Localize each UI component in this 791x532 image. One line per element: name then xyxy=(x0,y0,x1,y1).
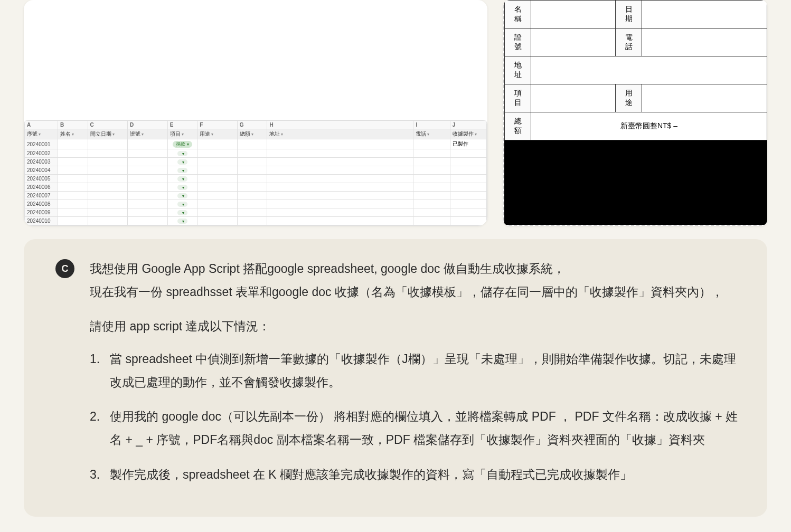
cell-receipt[interactable]: 已製作 xyxy=(450,139,486,149)
cell-name[interactable] xyxy=(58,217,88,225)
cell-seq[interactable]: 20240005 xyxy=(25,175,58,183)
cell-address[interactable] xyxy=(267,200,413,208)
cell-idno[interactable] xyxy=(128,183,168,192)
cell-idno[interactable] xyxy=(128,158,168,166)
cell-name[interactable] xyxy=(58,139,88,149)
cell-item[interactable]: ▾ xyxy=(167,208,197,217)
cell-total[interactable] xyxy=(237,183,267,192)
cell-phone[interactable] xyxy=(413,208,450,217)
filter-icon[interactable]: ▾ xyxy=(72,132,74,137)
cell-total[interactable] xyxy=(237,158,267,166)
cell-date[interactable] xyxy=(88,175,128,183)
cell-purpose[interactable] xyxy=(197,208,238,217)
cell-item[interactable]: ▾ xyxy=(167,192,197,200)
cell-name[interactable] xyxy=(58,192,88,200)
cell-purpose[interactable] xyxy=(197,158,238,166)
cell-name[interactable] xyxy=(58,208,88,217)
cell-idno[interactable] xyxy=(128,149,168,158)
cell-address[interactable] xyxy=(267,217,413,225)
cell-purpose[interactable] xyxy=(197,200,238,208)
cell-name[interactable] xyxy=(58,149,88,158)
table-row[interactable]: 20240005▾ xyxy=(25,175,487,183)
filter-icon[interactable]: ▾ xyxy=(142,132,144,137)
table-row[interactable]: 20240004▾ xyxy=(25,166,487,175)
filter-icon[interactable]: ▾ xyxy=(281,132,283,137)
cell-purpose[interactable] xyxy=(197,149,238,158)
cell-receipt[interactable] xyxy=(450,175,486,183)
item-dropdown[interactable]: ▾ xyxy=(177,176,187,182)
table-row[interactable]: 20240009▾ xyxy=(25,208,487,217)
table-row[interactable]: 20240006▾ xyxy=(25,183,487,192)
cell-purpose[interactable] xyxy=(197,139,238,149)
cell-address[interactable] xyxy=(267,149,413,158)
table-row[interactable]: 20240007▾ xyxy=(25,192,487,200)
cell-item[interactable]: 捐款▾ xyxy=(167,139,197,149)
cell-purpose[interactable] xyxy=(197,166,238,175)
cell-address[interactable] xyxy=(267,166,413,175)
cell-total[interactable] xyxy=(237,139,267,149)
cell-receipt[interactable] xyxy=(450,200,486,208)
item-dropdown[interactable]: ▾ xyxy=(177,159,187,165)
cell-phone[interactable] xyxy=(413,183,450,192)
cell-address[interactable] xyxy=(267,139,413,149)
cell-purpose[interactable] xyxy=(197,183,238,192)
cell-idno[interactable] xyxy=(128,200,168,208)
cell-date[interactable] xyxy=(88,166,128,175)
cell-name[interactable] xyxy=(58,175,88,183)
cell-item[interactable]: ▾ xyxy=(167,183,197,192)
cell-seq[interactable]: 20240010 xyxy=(25,217,58,225)
cell-receipt[interactable] xyxy=(450,192,486,200)
cell-address[interactable] xyxy=(267,158,413,166)
cell-name[interactable] xyxy=(58,183,88,192)
item-dropdown[interactable]: ▾ xyxy=(177,202,187,207)
cell-receipt[interactable] xyxy=(450,217,486,225)
cell-date[interactable] xyxy=(88,183,128,192)
cell-purpose[interactable] xyxy=(197,175,238,183)
cell-date[interactable] xyxy=(88,217,128,225)
cell-seq[interactable]: 20240002 xyxy=(25,149,58,158)
cell-idno[interactable] xyxy=(128,208,168,217)
item-dropdown[interactable]: 捐款▾ xyxy=(173,141,192,148)
cell-item[interactable]: ▾ xyxy=(167,158,197,166)
cell-seq[interactable]: 20240003 xyxy=(25,158,58,166)
cell-total[interactable] xyxy=(237,208,267,217)
cell-date[interactable] xyxy=(88,200,128,208)
cell-item[interactable]: ▾ xyxy=(167,217,197,225)
cell-total[interactable] xyxy=(237,217,267,225)
cell-idno[interactable] xyxy=(128,139,168,149)
cell-item[interactable]: ▾ xyxy=(167,166,197,175)
cell-total[interactable] xyxy=(237,192,267,200)
filter-icon[interactable]: ▾ xyxy=(211,132,213,137)
cell-phone[interactable] xyxy=(413,200,450,208)
table-row[interactable]: 20240010▾ xyxy=(25,217,487,225)
item-dropdown[interactable]: ▾ xyxy=(177,193,187,198)
cell-seq[interactable]: 20240001 xyxy=(25,139,58,149)
cell-item[interactable]: ▾ xyxy=(167,175,197,183)
item-dropdown[interactable]: ▾ xyxy=(177,210,187,215)
cell-seq[interactable]: 20240004 xyxy=(25,166,58,175)
filter-icon[interactable]: ▾ xyxy=(112,132,115,137)
cell-phone[interactable] xyxy=(413,139,450,149)
cell-date[interactable] xyxy=(88,192,128,200)
cell-total[interactable] xyxy=(237,149,267,158)
table-row[interactable]: 20240008▾ xyxy=(25,200,487,208)
item-dropdown[interactable]: ▾ xyxy=(177,168,187,173)
cell-receipt[interactable] xyxy=(450,208,486,217)
item-dropdown[interactable]: ▾ xyxy=(177,185,187,190)
cell-phone[interactable] xyxy=(413,158,450,166)
cell-item[interactable]: ▾ xyxy=(167,149,197,158)
cell-purpose[interactable] xyxy=(197,192,238,200)
item-dropdown[interactable]: ▾ xyxy=(177,218,187,224)
table-row[interactable]: 20240003▾ xyxy=(25,158,487,166)
cell-date[interactable] xyxy=(88,149,128,158)
cell-date[interactable] xyxy=(88,139,128,149)
filter-icon[interactable]: ▾ xyxy=(251,132,253,137)
cell-phone[interactable] xyxy=(413,175,450,183)
filter-icon[interactable]: ▾ xyxy=(475,132,477,137)
cell-address[interactable] xyxy=(267,208,413,217)
table-row[interactable]: 20240001捐款▾已製作 xyxy=(25,139,487,149)
cell-phone[interactable] xyxy=(413,149,450,158)
table-row[interactable]: 20240002▾ xyxy=(25,149,487,158)
cell-seq[interactable]: 20240008 xyxy=(25,200,58,208)
cell-idno[interactable] xyxy=(128,166,168,175)
